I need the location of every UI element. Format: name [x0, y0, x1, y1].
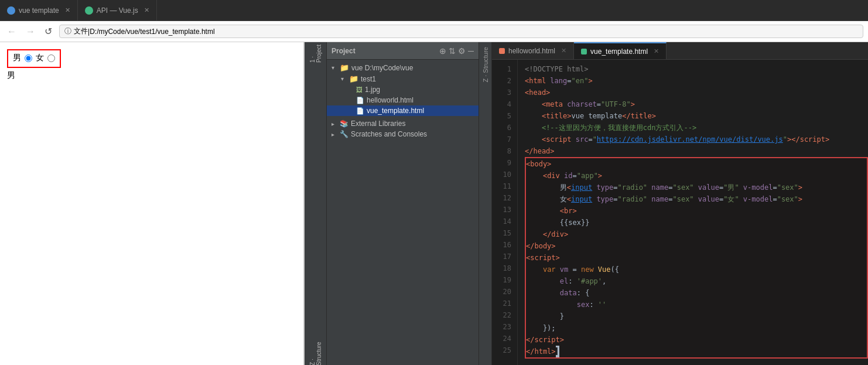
helloworld-tab-label: helloworld.html — [508, 47, 555, 55]
project-header-title: Project — [332, 47, 356, 55]
structure-tab: Z · Structure — [479, 42, 492, 365]
code-line-18: var vm = new Vue({ — [526, 264, 867, 275]
browser-tab-api[interactable]: API — Vue.js ✕ — [78, 0, 157, 21]
tree-item-scratches[interactable]: ▸ 🔧 Scratches and Consoles — [327, 129, 479, 139]
structure-label[interactable]: Z · Structure — [482, 42, 489, 87]
sidebar-project-btn[interactable]: 1 · Project — [305, 42, 327, 64]
tree-label-test1: test1 — [361, 75, 376, 83]
nav-back-button[interactable]: ← — [5, 25, 19, 38]
male-label: 男 — [13, 53, 21, 63]
helloworld-tab-close[interactable]: ✕ — [561, 47, 566, 54]
file-icon-helloworld: 📄 — [356, 97, 364, 104]
editor-tab-vue-template[interactable]: vue_template.html ✕ — [574, 42, 667, 59]
code-line-17: <script> — [526, 252, 867, 264]
tree-arrow-ext: ▸ — [332, 121, 337, 127]
code-lines[interactable]: <!DOCTYPE html> <html lang="en"> <head> … — [518, 60, 868, 365]
project-header-icons: ⊕ ⇅ ⚙ ─ — [439, 46, 474, 56]
tree-content: ▾ 📁 vue D:\myCode\vue ▾ 📁 test1 ▸ 🖼 1.jp… — [327, 60, 479, 365]
vue-template-tab-close[interactable]: ✕ — [654, 47, 659, 55]
ide-top-bar: vue template ✕ API — Vue.js ✕ — [0, 0, 868, 21]
tree-arrow-scratches: ▸ — [332, 131, 337, 138]
vue-template-tab-icon — [7, 6, 15, 15]
tree-label-helloworld: helloworld.html — [367, 96, 414, 104]
tree-item-helloworld[interactable]: ▸ 📄 helloworld.html — [327, 95, 479, 105]
browser-pane: 男 女 男 — [0, 42, 305, 365]
tree-label-vue: vue D:\myCode\vue — [351, 64, 413, 72]
radio-row: 男 女 — [13, 53, 55, 63]
code-editor: helloworld.html ✕ vue_template.html ✕ 12… — [492, 42, 868, 365]
editor-tab-helloworld[interactable]: helloworld.html ✕ — [492, 42, 574, 59]
vue-template-editor-tab-icon — [581, 49, 587, 54]
scratches-icon: 🔧 — [340, 130, 348, 138]
tree-label-scratches: Scratches and Consoles — [351, 130, 427, 138]
api-tab-close[interactable]: ✕ — [144, 6, 149, 14]
code-line-16: </body> — [526, 240, 867, 252]
male-radio[interactable] — [25, 54, 32, 62]
code-line-4: <meta charset="UTF-8"> — [525, 98, 868, 110]
code-line-15: </div> — [526, 228, 867, 240]
vue-template-tab-label: vue_template.html — [590, 47, 648, 56]
code-line-8: </head> — [525, 145, 868, 157]
helloworld-tab-icon — [499, 48, 505, 54]
tree-label-jpg: 1.jpg — [365, 86, 380, 94]
project-minimize-icon[interactable]: ─ — [468, 46, 474, 56]
folder-icon-test1: 📁 — [349, 74, 358, 83]
code-line-7: <script src="https://cdn.jsdelivr.net/np… — [525, 134, 868, 145]
file-icon-vue-template: 📄 — [356, 107, 364, 115]
nav-forward-button[interactable]: → — [23, 25, 37, 38]
browser-tab-vue-label: vue template — [19, 6, 59, 15]
code-area: 12345 678910 1112131415 1617181920 21222… — [492, 60, 868, 365]
file-icon-jpg: 🖼 — [356, 86, 363, 93]
tree-arrow-test1: ▾ — [341, 76, 347, 82]
code-line-1: <!DOCTYPE html> — [525, 63, 868, 75]
code-line-13: <br> — [526, 205, 867, 217]
url-lock-icon: ⓘ — [64, 26, 71, 36]
project-expand-icon[interactable]: ⇅ — [449, 46, 456, 56]
code-line-11: 男<input type="radio" name="sex" value="男… — [526, 182, 867, 193]
code-line-9: <body> — [526, 158, 867, 170]
external-libs-icon: 📚 — [340, 120, 348, 128]
url-protocol: 文件 — [74, 26, 88, 36]
browser-tab-api-label: API — Vue.js — [97, 6, 138, 15]
main-layout: 男 女 男 1 · Project Z · Structure Project … — [0, 42, 868, 365]
tree-item-vue[interactable]: ▾ 📁 vue D:\myCode\vue — [327, 62, 479, 73]
browser-tab-vue-template[interactable]: vue template ✕ — [0, 0, 78, 21]
tree-item-external-libs[interactable]: ▸ 📚 External Libraries — [327, 118, 479, 129]
project-settings-icon[interactable]: ⚙ — [458, 46, 466, 56]
code-line-3: <head> — [525, 87, 868, 98]
code-line-24: </script> — [526, 334, 867, 346]
tree-item-vue-template[interactable]: ▸ 📄 vue_template.html — [327, 105, 479, 116]
code-line-25: </html>▌ — [526, 346, 867, 357]
tree-label-external-libs: External Libraries — [351, 120, 405, 128]
code-line-6: <!--这里因为方便，我直接使用cdn方式引入--> — [525, 122, 868, 134]
code-line-23: }); — [526, 322, 867, 334]
browser-tab-close[interactable]: ✕ — [65, 6, 70, 14]
nav-reload-button[interactable]: ↺ — [42, 25, 54, 38]
tree-item-test1[interactable]: ▾ 📁 test1 — [327, 73, 479, 84]
tree-label-vue-template: vue_template.html — [367, 107, 424, 115]
female-radio[interactable] — [47, 54, 55, 62]
code-line-14: {{sex}} — [526, 217, 867, 228]
line-numbers: 12345 678910 1112131415 1617181920 21222… — [492, 60, 518, 365]
code-line-19: el: '#app', — [526, 275, 867, 287]
project-locate-icon[interactable]: ⊕ — [439, 46, 446, 56]
url-box[interactable]: ⓘ 文件 | D:/myCode/vue/test1/vue_template.… — [59, 25, 863, 38]
code-line-2: <html lang="en"> — [525, 75, 868, 87]
project-tree-panel: Project ⊕ ⇅ ⚙ ─ ▾ 📁 vue D:\myCode\vue ▾ … — [327, 42, 479, 365]
ide-sidebar: 1 · Project Z · Structure — [305, 42, 327, 365]
code-line-12: 女<input type="radio" name="sex" value="女… — [526, 193, 867, 205]
project-header: Project ⊕ ⇅ ⚙ ─ — [327, 42, 479, 60]
code-line-22: } — [526, 311, 867, 322]
code-line-20: data: { — [526, 287, 867, 299]
url-path: D:/myCode/vue/test1/vue_template.html — [90, 28, 214, 36]
code-line-5: <title>vue template</title> — [525, 110, 868, 122]
tree-arrow-vue: ▾ — [332, 64, 337, 71]
sidebar-structure-btn[interactable]: Z · Structure — [305, 343, 327, 365]
code-line-10: <div id="app"> — [526, 170, 867, 182]
folder-icon-vue: 📁 — [340, 63, 349, 72]
female-label: 女 — [36, 53, 44, 63]
tree-item-jpg[interactable]: ▸ 🖼 1.jpg — [327, 84, 479, 95]
code-line-21: sex: '' — [526, 299, 867, 311]
browser-content: 男 女 男 — [0, 42, 303, 365]
radio-group-box: 男 女 — [7, 49, 61, 68]
